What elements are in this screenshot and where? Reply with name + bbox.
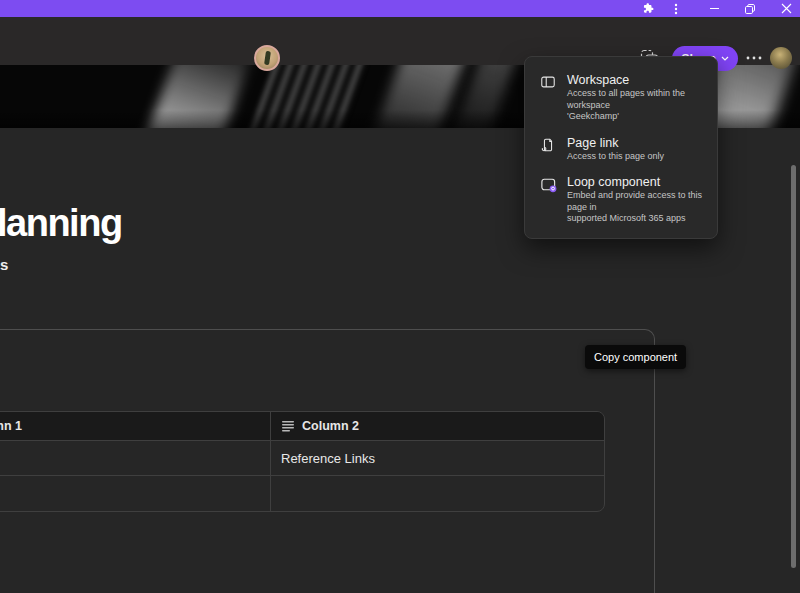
window-titlebar (0, 0, 800, 17)
column-2-label: Column 2 (302, 419, 359, 433)
cover-tree-texture (242, 65, 367, 128)
menu-item-label: Loop component (567, 174, 703, 190)
table-header-row: Column 1 Column 2 (0, 412, 604, 441)
loop-table: Column 1 Column 2 Reference Links (0, 411, 605, 512)
page-link-icon (539, 135, 557, 153)
table-cell[interactable] (0, 441, 271, 475)
table-cell[interactable] (0, 476, 271, 511)
menu-item-workspace[interactable]: Workspace Access to all pages within the… (525, 66, 717, 129)
cover-light-beam (450, 65, 520, 128)
share-dropdown-menu: Workspace Access to all pages within the… (524, 56, 718, 239)
column-menu-icon (282, 421, 295, 432)
menu-item-description: supported Microsoft 365 apps (567, 213, 703, 225)
menu-item-page-link[interactable]: Page link Access to this page only (525, 129, 717, 169)
cover-light-beam (135, 65, 254, 128)
menu-item-description: Embed and provide access to this page in (567, 190, 703, 213)
column-1-label: Column 1 (0, 419, 22, 433)
cover-light-beam (368, 65, 469, 128)
extensions-puzzle-icon[interactable] (638, 0, 658, 17)
more-ellipsis-icon[interactable] (744, 50, 764, 66)
close-icon[interactable] (774, 0, 798, 17)
copy-component-tooltip: Copy component (585, 345, 686, 369)
menu-item-description: Access to all pages within the workspace (567, 88, 703, 111)
vertical-scrollbar[interactable] (791, 165, 796, 568)
section-heading-fragment: s (0, 256, 8, 273)
menu-item-label: Page link (567, 135, 664, 151)
minimize-icon[interactable] (703, 0, 725, 17)
page-title: lanning (0, 204, 122, 242)
chevron-down-icon (721, 56, 729, 61)
workspace-icon (539, 72, 557, 90)
menu-item-loop-component[interactable]: Loop component Embed and provide access … (525, 168, 717, 231)
kebab-menu-icon[interactable] (668, 0, 684, 17)
table-cell[interactable]: Reference Links (271, 441, 604, 475)
restore-icon[interactable] (739, 0, 761, 17)
table-cell[interactable] (271, 476, 604, 511)
menu-item-label: Workspace (567, 72, 703, 88)
table-header-column-1[interactable]: Column 1 (0, 412, 271, 440)
table-row (0, 476, 604, 511)
user-avatar[interactable] (770, 47, 792, 69)
table-header-column-2[interactable]: Column 2 (271, 412, 604, 440)
menu-item-description: Access to this page only (567, 151, 664, 163)
loop-component-icon (539, 174, 557, 193)
menu-item-description: 'Geekchamp' (567, 111, 703, 123)
table-row: Reference Links (0, 441, 604, 476)
page-icon-avatar[interactable] (254, 45, 280, 71)
